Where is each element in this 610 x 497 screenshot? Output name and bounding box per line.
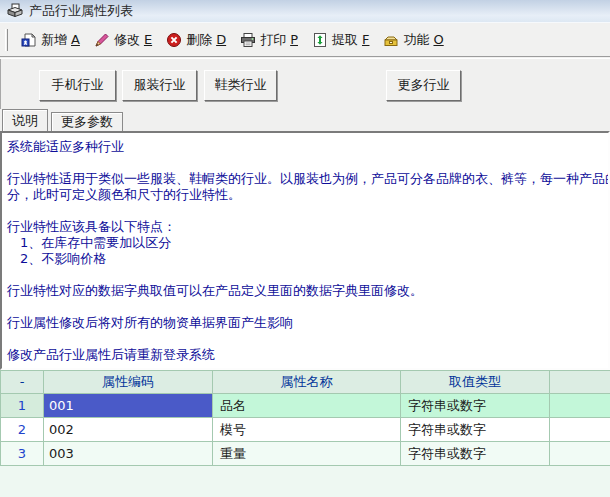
cell-empty[interactable] xyxy=(550,394,610,418)
toolbar-button-edit[interactable]: 修改E xyxy=(87,28,159,52)
description-line: 行业特性应该具备以下特点： xyxy=(7,219,608,235)
window-titlebar: 产品行业属性列表 xyxy=(0,0,610,23)
industry-button-shoes[interactable]: 鞋类行业 xyxy=(204,70,277,101)
row-number[interactable]: 3 xyxy=(1,442,44,466)
description-line: 行业属性修改后将对所有的物资单据界面产生影响 xyxy=(7,315,608,331)
toolbar-label-edit: 修改 xyxy=(114,31,140,49)
tab-more-parameters[interactable]: 更多参数 xyxy=(51,112,123,131)
description-line: 修改产品行业属性后请重新登录系统 xyxy=(7,347,608,363)
delete-icon xyxy=(166,32,182,48)
cell-name[interactable]: 模号 xyxy=(213,418,401,442)
attribute-table: - 属性编码 属性名称 取值类型 1 001 品名 字符串或数字 2 002 模… xyxy=(0,370,610,466)
cell-code-selected[interactable]: 001 xyxy=(44,394,213,418)
function-icon xyxy=(383,32,399,48)
toolbar-button-new[interactable]: 新增A xyxy=(14,28,87,52)
description-line xyxy=(7,203,608,219)
toolbar-label-new: 新增 xyxy=(41,31,67,49)
cell-name[interactable]: 品名 xyxy=(213,394,401,418)
table-row: 2 002 模号 字符串或数字 xyxy=(1,418,610,442)
app-window: 产品行业属性列表 新增A 修改 xyxy=(0,0,610,497)
description-line xyxy=(7,299,608,315)
cell-empty[interactable] xyxy=(550,442,610,466)
description-panel: 系统能适应多种行业 行业特性适用于类似一些服装、鞋帽类的行业。以服装也为例，产品… xyxy=(0,131,610,370)
description-line: 系统能适应多种行业 xyxy=(7,139,608,155)
page-title: 产品行业属性列表 xyxy=(29,2,133,20)
table-header-row: - 属性编码 属性名称 取值类型 xyxy=(1,371,610,394)
extract-icon xyxy=(312,32,328,48)
toolbar-key-edit: E xyxy=(144,32,152,47)
toolbar-key-delete: D xyxy=(216,32,226,47)
description-line: 1、在库存中需要加以区分 xyxy=(7,235,608,251)
cell-code[interactable]: 002 xyxy=(44,418,213,442)
toolbar: 新增A 修改E 删除D xyxy=(0,23,610,56)
cell-type[interactable]: 字符串或数字 xyxy=(401,442,550,466)
toolbar-label-extract: 提取 xyxy=(332,31,358,49)
row-number[interactable]: 1 xyxy=(1,394,44,418)
toolbar-gripper[interactable] xyxy=(5,29,8,51)
toolbar-key-new: A xyxy=(71,32,80,47)
tab-strip: 说明 更多参数 xyxy=(0,109,610,131)
table-empty-area xyxy=(0,466,610,497)
column-header-code[interactable]: 属性编码 xyxy=(44,371,213,394)
printer-icon xyxy=(240,32,256,48)
window-printer-icon xyxy=(7,3,23,19)
toolbar-label-delete: 删除 xyxy=(186,31,212,49)
description-line xyxy=(7,267,608,283)
table-row: 1 001 品名 字符串或数字 xyxy=(1,394,610,418)
cell-code[interactable]: 003 xyxy=(44,442,213,466)
industry-button-clothing[interactable]: 服装行业 xyxy=(122,70,197,101)
table-row: 3 003 重量 字符串或数字 xyxy=(1,442,610,466)
description-line: 2、不影响价格 xyxy=(7,251,608,267)
toolbar-key-print: P xyxy=(290,32,298,47)
row-number[interactable]: 2 xyxy=(1,418,44,442)
description-line: 分，此时可定义颜色和尺寸的行业特性。 xyxy=(7,187,608,203)
column-header-rowmark[interactable]: - xyxy=(1,371,44,394)
cell-type[interactable]: 字符串或数字 xyxy=(401,394,550,418)
description-line xyxy=(7,155,608,171)
industry-button-more[interactable]: 更多行业 xyxy=(386,70,461,101)
tab-description[interactable]: 说明 xyxy=(2,109,48,131)
toolbar-button-print[interactable]: 打印P xyxy=(233,28,305,52)
industry-button-panel: 手机行业 服装行业 鞋类行业 更多行业 xyxy=(0,59,610,109)
description-line xyxy=(7,331,608,347)
toolbar-key-function: O xyxy=(433,32,443,47)
column-header-empty[interactable] xyxy=(550,371,610,394)
edit-pencil-icon xyxy=(94,32,110,48)
new-page-icon xyxy=(21,32,37,48)
description-line: 行业特性适用于类似一些服装、鞋帽类的行业。以服装也为例，产品可分各品牌的衣、裤等… xyxy=(7,171,608,187)
industry-button-mobile[interactable]: 手机行业 xyxy=(39,70,116,101)
description-line: 行业特性对应的数据字典取值可以在产品定义里面的数据字典里面修改。 xyxy=(7,283,608,299)
cell-empty[interactable] xyxy=(550,418,610,442)
toolbar-label-print: 打印 xyxy=(260,31,286,49)
toolbar-button-extract[interactable]: 提取F xyxy=(305,28,376,52)
column-header-name[interactable]: 属性名称 xyxy=(213,371,401,394)
cell-name[interactable]: 重量 xyxy=(213,442,401,466)
toolbar-button-function[interactable]: 功能O xyxy=(376,28,450,52)
toolbar-label-function: 功能 xyxy=(403,31,429,49)
toolbar-button-delete[interactable]: 删除D xyxy=(159,28,233,52)
column-header-type[interactable]: 取值类型 xyxy=(401,371,550,394)
cell-type[interactable]: 字符串或数字 xyxy=(401,418,550,442)
toolbar-key-extract: F xyxy=(362,32,369,47)
